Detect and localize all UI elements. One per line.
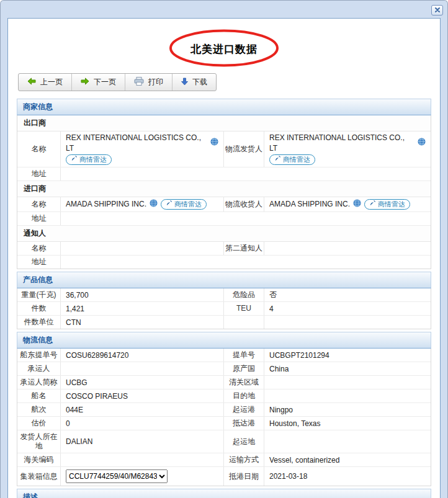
field-label: 海关编码 [17,453,61,466]
table-row: 集装箱信息 CCLU7744259/40/M628435 抵港日期 2021-0… [17,467,431,486]
next-page-button[interactable]: 下一页 [72,74,125,91]
table-row: 估价 0 抵达港 Houston, Texas [17,417,431,430]
unit-value: CTN [61,316,224,329]
next-page-label: 下一页 [94,77,116,87]
field-label: TEU [224,302,264,315]
field-label: 物流发货人 [224,131,264,167]
radar-icon [166,199,172,210]
field-label: 名称 [17,197,61,211]
radar-button-label: 商情雷达 [283,154,310,165]
close-button[interactable] [431,5,443,16]
field-label: 承运人 [17,362,61,375]
hs-code [61,453,224,466]
section-header: 商家信息 [17,99,431,115]
notify-address [61,256,431,269]
origin-country: China [264,362,431,375]
loading-port: Ningpo [264,403,431,416]
table-row: 名称 AMADA SHIPPING INC. 商情雷达 物流收货人 [17,197,431,212]
quantity-value: 1,421 [61,302,224,315]
title-area: 北美进口数据 [17,32,431,66]
table-row: 地址 [17,167,431,181]
radar-button[interactable]: 商情雷达 [161,199,207,210]
field-label: 危险品 [224,288,264,301]
radar-button[interactable]: 商情雷达 [269,154,315,165]
dialog-titlebar [1,1,447,18]
field-label: 船名 [17,389,61,402]
globe-icon[interactable] [353,199,361,210]
table-row: 承运人简称 UCBG 清关区域 [17,376,431,389]
radar-icon [71,154,78,165]
globe-icon[interactable] [418,138,426,149]
print-button[interactable]: 打印 [125,74,172,91]
arrow-right-icon [81,78,89,87]
radar-button[interactable]: 商情雷达 [364,199,410,210]
radar-button[interactable]: 商情雷达 [66,154,112,165]
field-label: 物流收货人 [224,197,264,211]
globe-icon[interactable] [150,199,158,210]
importer-address [61,212,431,225]
table-row: 发货人所在地 DALIAN 起运地 [17,430,431,453]
prev-page-button[interactable]: 上一页 [19,74,72,91]
field-label: 目的地 [224,389,264,402]
field-label: 发货人所在地 [17,430,61,453]
table-row: 重量(千克) 36,700 危险品 否 [17,288,431,302]
field-label: 船东提单号 [17,349,61,362]
toolbar: 上一页 下一页 打印 下载 [18,73,217,91]
logistics-consignee-cell: AMADA SHIPPING INC. 商情雷达 [264,197,431,211]
importer-name-cell: AMADA SHIPPING INC. 商情雷达 [61,197,224,211]
container-info-cell: CCLU7744259/40/M628435 [61,467,224,486]
bl-number: UCBGPT2101294 [264,349,431,362]
logistics-shipper-name: REX INTERNATIONAL LOGISTICS CO., LT [269,133,414,154]
field-label: 集装箱信息 [17,467,61,486]
table-row: 名称 第二通知人 [17,242,431,256]
carrier-abbr: UCBG [61,376,224,389]
field-label: 地址 [17,256,61,269]
table-row: 承运人 原产国 China [17,362,431,376]
table-row: 地址 [17,256,431,269]
logistics-consignee-name: AMADA SHIPPING INC. [269,199,350,210]
table-row: 船名 COSCO PIRAEUS 目的地 [17,389,431,403]
field-label: 承运人简称 [17,376,61,389]
radar-icon [369,199,376,210]
field-label: 运输方式 [224,453,264,466]
field-label: 清关区域 [224,376,264,389]
table-row: 航次 044E 起运港 Ningpo [17,403,431,417]
table-row: 海关编码 运输方式 Vessel, containerized [17,453,431,467]
arrow-down-icon [181,78,188,87]
table-row: 地址 [17,212,431,226]
exporter-name-cell: REX INTERNATIONAL LOGISTICS CO., LT 商情雷达 [61,131,224,167]
radar-icon [274,154,281,165]
second-notify-name [264,242,431,255]
field-label: 第二通知人 [224,242,264,255]
master-bl-number: COSU6289614720 [61,349,224,362]
weight-value: 36,700 [61,288,224,301]
carrier-value [61,362,224,375]
subsection-notify: 通知人 [17,226,431,242]
dialog-content-panel: 北美进口数据 上一页 下一页 打印 下载 商家信息 出口 [7,18,441,498]
table-row: 船东提单号 COSU6289614720 提单号 UCBGPT2101294 [17,349,431,362]
dangerous-goods-value: 否 [264,288,431,301]
field-label: 抵达港 [224,417,264,430]
arrival-date: 2021-03-18 [264,467,431,486]
exporter-address [61,167,431,180]
field-label: 件数单位 [17,316,61,329]
download-button[interactable]: 下载 [172,74,216,91]
subsection-importer: 进口商 [17,181,431,197]
transport-mode: Vessel, containerized [264,453,431,466]
field-label: 原产国 [224,362,264,375]
importer-name: AMADA SHIPPING INC. [66,199,146,210]
logistics-shipper-cell: REX INTERNATIONAL LOGISTICS CO., LT 商情雷达 [264,131,431,167]
table-row: 件数单位 CTN [17,316,431,329]
page-title: 北美进口数据 [190,42,258,56]
origin-place [264,430,431,453]
radar-button-label: 商情雷达 [174,199,202,210]
section-header: 物流信息 [17,332,431,349]
section-product-info: 产品信息 重量(千克) 36,700 危险品 否 件数 1,421 TEU 4 … [17,272,431,329]
globe-icon[interactable] [210,138,218,149]
field-label: 重量(千克) [17,288,61,301]
field-label: 航次 [17,403,61,416]
voyage-number: 044E [61,403,224,416]
container-select[interactable]: CCLU7744259/40/M628435 [66,469,168,483]
notify-name [61,242,224,255]
table-row: 件数 1,421 TEU 4 [17,302,431,316]
